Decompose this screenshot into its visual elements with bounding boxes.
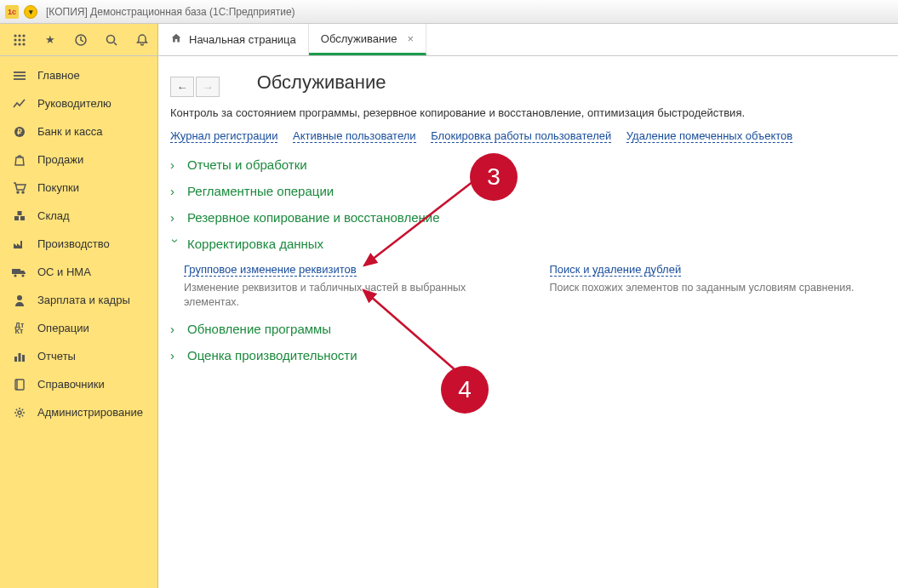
person-icon [12, 294, 27, 306]
body: Главное Руководителю ₽ Банк и касса Прод… [0, 56, 898, 588]
content: ← → Обслуживание Контроль за состоянием … [158, 56, 898, 588]
svg-rect-27 [22, 355, 25, 362]
bell-icon[interactable] [134, 32, 150, 48]
link-active-users[interactable]: Активные пользователи [293, 129, 416, 143]
svg-point-16 [17, 191, 19, 193]
apps-icon[interactable] [12, 32, 27, 48]
tab-home[interactable]: Начальная страница [158, 24, 309, 55]
section-label: Отчеты и обработки [187, 157, 307, 172]
section-scheduled[interactable]: › Регламентные операции [170, 184, 881, 198]
bag-icon [12, 154, 27, 166]
section-reports[interactable]: › Отчеты и обработки [170, 157, 881, 172]
dropdown-circle-icon[interactable]: ▾ [24, 5, 37, 19]
sidebar-item-warehouse[interactable]: Склад [0, 202, 157, 230]
section-backup[interactable]: › Резервное копирование и восстановление [170, 210, 881, 225]
section-label: Обновление программы [187, 322, 331, 336]
sidebar-item-assets[interactable]: ОС и НМА [0, 258, 157, 286]
ruble-icon: ₽ [12, 126, 27, 138]
sidebar-item-label: Банк и касса [37, 125, 103, 138]
sidebar-item-label: Отчеты [37, 350, 76, 363]
sidebar-item-operations[interactable]: ДтКт Операции [0, 314, 157, 342]
window-title: [КОПИЯ] Демонстрационная база (1С:Предпр… [46, 6, 295, 18]
star-icon[interactable]: ★ [43, 32, 58, 48]
titlebar: 1c ▾ [КОПИЯ] Демонстрационная база (1С:П… [0, 0, 898, 24]
boxes-icon [12, 210, 27, 222]
menu-icon [12, 70, 27, 82]
svg-point-1 [18, 34, 20, 37]
section-data-correction[interactable]: › Корректировка данных [170, 237, 881, 251]
sidebar: Главное Руководителю ₽ Банк и касса Прод… [0, 56, 158, 588]
truck-icon [12, 266, 27, 278]
svg-point-10 [107, 35, 115, 43]
top-links: Журнал регистрации Активные пользователи… [170, 129, 881, 142]
chevron-right-icon: › [170, 322, 180, 336]
sidebar-item-purchases[interactable]: Покупки [0, 174, 157, 202]
sidebar-item-label: Главное [37, 69, 80, 82]
svg-point-22 [14, 274, 16, 277]
sidebar-item-label: Продажи [37, 153, 83, 166]
svg-rect-26 [19, 353, 21, 362]
chevron-down-icon: › [169, 239, 183, 249]
nav-back-button[interactable]: ← [170, 77, 194, 97]
section-perf[interactable]: › Оценка производительности [170, 348, 881, 363]
svg-point-6 [14, 43, 16, 45]
svg-point-17 [22, 191, 24, 193]
svg-point-3 [14, 38, 16, 41]
svg-point-23 [21, 274, 24, 277]
factory-icon [12, 238, 27, 250]
sidebar-item-sales[interactable]: Продажи [0, 146, 157, 174]
book-icon [12, 379, 27, 391]
section-update[interactable]: › Обновление программы [170, 322, 881, 336]
svg-point-0 [14, 34, 16, 37]
link-find-dupes-desc: Поиск похожих элементов по заданным усло… [550, 281, 882, 295]
sidebar-item-bank[interactable]: ₽ Банк и касса [0, 117, 157, 146]
sidebar-item-main[interactable]: Главное [0, 61, 157, 89]
home-icon [170, 32, 182, 47]
sidebar-item-label: Администрирование [37, 406, 143, 419]
svg-rect-25 [14, 357, 17, 362]
svg-rect-19 [20, 216, 25, 220]
svg-point-2 [22, 34, 25, 37]
sidebar-item-label: ОС и НМА [37, 265, 91, 278]
link-event-log[interactable]: Журнал регистрации [170, 129, 277, 143]
svg-text:₽: ₽ [17, 128, 22, 136]
link-delete-marked[interactable]: Удаление помеченных объектов [626, 129, 792, 143]
tab-active[interactable]: Обслуживание × [309, 24, 426, 55]
svg-point-5 [22, 38, 25, 41]
link-find-dupes[interactable]: Поиск и удаление дублей [550, 263, 682, 277]
sidebar-item-label: Склад [37, 209, 70, 222]
link-group-edit-desc: Изменение реквизитов и табличных частей … [184, 281, 516, 310]
chevron-right-icon: › [170, 210, 180, 225]
sidebar-item-manager[interactable]: Руководителю [0, 89, 157, 117]
sidebar-item-label: Руководителю [37, 97, 112, 110]
sidebar-item-label: Справочники [37, 378, 105, 391]
link-group-edit[interactable]: Групповое изменение реквизитов [184, 263, 357, 277]
app-logo-icon: 1c [5, 5, 19, 19]
chevron-right-icon: › [170, 157, 180, 172]
search-icon[interactable] [104, 32, 119, 48]
bars-icon [12, 351, 27, 363]
page-description: Контроль за состоянием программы, резерв… [170, 106, 881, 121]
dtkt-icon: ДтКт [12, 323, 27, 334]
cart-icon [12, 182, 27, 194]
sidebar-item-catalogs[interactable]: Справочники [0, 370, 157, 398]
section-label: Оценка производительности [187, 348, 357, 363]
sidebar-item-production[interactable]: Производство [0, 230, 157, 258]
link-user-lock[interactable]: Блокировка работы пользователей [431, 129, 611, 143]
section-data-correction-body: Групповое изменение реквизитов Изменение… [184, 263, 881, 310]
sidebar-item-admin[interactable]: Администрирование [0, 398, 157, 426]
section-label: Корректировка данных [187, 237, 323, 251]
toolbar-row: ★ Начальная страница Обслуживание × [0, 24, 898, 56]
sidebar-item-hr[interactable]: Зарплата и кадры [0, 286, 157, 314]
close-icon[interactable]: × [408, 32, 415, 45]
chevron-right-icon: › [170, 348, 180, 363]
gear-icon [12, 407, 27, 419]
sidebar-item-reports[interactable]: Отчеты [0, 342, 157, 370]
svg-point-8 [22, 43, 25, 45]
svg-point-24 [17, 295, 22, 300]
chart-up-icon [12, 98, 27, 110]
svg-point-7 [18, 43, 20, 45]
sidebar-item-label: Операции [37, 322, 89, 334]
history-icon[interactable] [73, 32, 89, 48]
svg-point-30 [18, 411, 21, 414]
